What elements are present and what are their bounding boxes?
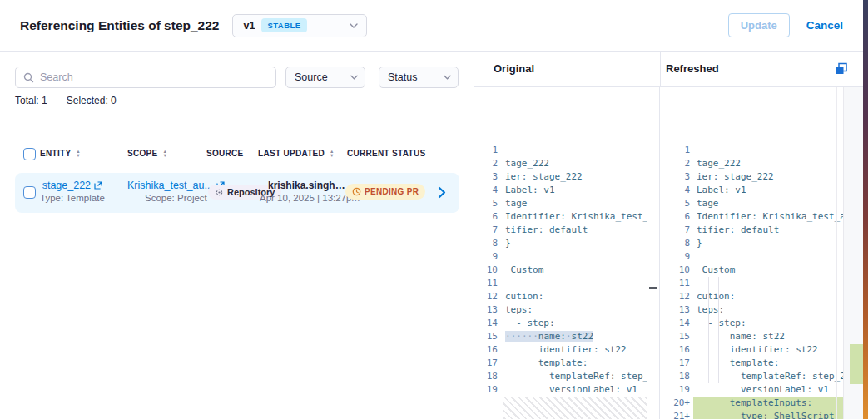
source-filter-dropdown[interactable]: Source: [285, 67, 365, 88]
chevron-down-icon: [350, 75, 358, 80]
entity-type: Type: Template: [40, 193, 105, 203]
line-number: 6: [474, 210, 503, 224]
line-number: 2: [474, 157, 503, 170]
code-text: template:: [505, 357, 647, 370]
code-text: [697, 144, 843, 157]
selected-count: Selected: 0: [67, 95, 117, 106]
code-line: 15······name:·st22: [474, 330, 659, 343]
row-checkbox[interactable]: [23, 186, 36, 199]
line-number: 18: [660, 370, 693, 383]
code-text: type: ShellScript: [697, 410, 843, 419]
code-text: ······name:·st22: [505, 330, 647, 343]
code-line: 4Label: v1: [474, 184, 659, 197]
code-text: teps:: [505, 303, 647, 317]
status-badge: PENDING PR: [345, 184, 425, 200]
source-filter-label: Source: [295, 71, 328, 83]
cancel-button[interactable]: Cancel: [806, 19, 843, 32]
update-button[interactable]: Update: [728, 13, 790, 37]
line-number: 1: [660, 144, 693, 157]
line-number: 13: [474, 303, 503, 317]
total-count: Total: 1: [15, 95, 47, 106]
indent-guide: [528, 277, 528, 343]
code-line: 2tage_222: [474, 157, 659, 170]
diff-collapsed-region: [503, 397, 647, 419]
diff-header: Original Refreshed: [474, 52, 868, 87]
line-number: 12: [660, 290, 693, 303]
line-number: 11: [474, 277, 503, 290]
diff-body: 12tage_2223ier: stage_2224Label: v15tage…: [474, 87, 868, 419]
code-text: [505, 250, 647, 264]
line-number: 14: [474, 317, 503, 330]
line-number: 19: [660, 383, 693, 397]
line-number: 3: [474, 170, 503, 184]
page-title: Referencing Entities of step_222: [20, 18, 219, 33]
version-select[interactable]: v1 STABLE: [232, 14, 367, 37]
code-text: cution:: [505, 290, 647, 303]
divider: [660, 52, 661, 86]
line-number: 7: [660, 224, 693, 237]
code-text: tage_222: [505, 157, 647, 170]
line-number: 4: [474, 184, 503, 197]
line-number: 4: [660, 184, 693, 197]
status-filter-dropdown[interactable]: Status: [379, 67, 459, 88]
code-text: templateRef: step_222: [505, 370, 647, 383]
code-line: 18 templateRef: step_222: [474, 370, 659, 383]
diff-pane: Original Refreshed 12tage_2223ier: stage…: [474, 52, 868, 419]
code-text: }: [697, 237, 843, 250]
line-number: 3: [660, 170, 693, 184]
column-last-updated: LAST UPDATED: [258, 149, 325, 158]
line-number: 9: [660, 250, 693, 264]
code-line: 7tifier: default: [474, 224, 659, 237]
sort-icon[interactable]: ▲▼: [330, 150, 334, 158]
sort-icon[interactable]: ▲▼: [163, 150, 167, 158]
status-filter-label: Status: [388, 71, 417, 83]
line-number: 8: [660, 237, 693, 250]
refreshed-title: Refreshed: [666, 62, 719, 75]
updated-at: Apr 10, 2025 | 13:27pm: [260, 193, 360, 203]
overview-ruler: [647, 87, 659, 419]
refreshed-editor[interactable]: 12tage_2223ier: stage_2224Label: v15tage…: [660, 87, 868, 419]
entities-pane: Source Status Total: 1 Selected: 0 ENTIT…: [0, 52, 474, 419]
line-number: 6: [660, 210, 693, 224]
code-line: 5tage: [474, 197, 659, 210]
code-text: templateInputs:: [697, 397, 843, 410]
chevron-down-icon: [444, 75, 451, 80]
copy-button[interactable]: [835, 62, 848, 78]
line-number: 14: [660, 317, 693, 330]
stable-badge: STABLE: [261, 18, 306, 32]
clock-icon: [352, 187, 361, 196]
line-number: 8: [474, 237, 503, 250]
select-all-checkbox[interactable]: [23, 148, 36, 160]
code-line: 10 Custom: [474, 264, 659, 277]
line-number: 2: [660, 157, 693, 170]
chevron-down-icon: [350, 23, 358, 28]
chevron-right-icon[interactable]: [438, 186, 446, 199]
code-text: tage_222: [697, 157, 843, 170]
table-header: ENTITY ▲▼ SCOPE ▲▼ SOURCE LAST UPDATED ▲…: [15, 145, 459, 165]
entity-link[interactable]: stage_222: [42, 180, 102, 191]
original-code-lines: 12tage_2223ier: stage_2224Label: v15tage…: [474, 144, 659, 419]
code-text: Custom: [697, 264, 843, 277]
line-number: 10: [474, 264, 503, 277]
referencing-entities-modal: Referencing Entities of step_222 v1 STAB…: [0, 0, 868, 419]
line-number: 1: [474, 144, 503, 157]
version-label: v1: [243, 20, 255, 32]
column-entity: ENTITY: [40, 149, 71, 158]
code-text: identifier: st22: [505, 343, 647, 357]
table-row[interactable]: stage_222 Type: Template Krishika_test_a…: [15, 173, 459, 213]
code-line: 17 template:: [474, 357, 659, 370]
search-input[interactable]: [40, 71, 275, 83]
code-text: Label: v1: [697, 184, 843, 197]
code-line: 9: [474, 250, 659, 264]
code-line: 1: [474, 144, 659, 157]
updated-by: krishika.singh@harnes...: [268, 180, 351, 191]
divider: [836, 87, 837, 419]
indent-guide: [518, 277, 518, 343]
original-editor[interactable]: 12tage_2223ier: stage_2224Label: v15tage…: [474, 87, 660, 419]
line-number: 17: [474, 357, 503, 370]
code-text: [505, 277, 647, 290]
code-line: 6Identifier: Krishika_test_aut: [474, 210, 659, 224]
sort-icon[interactable]: ▲▼: [76, 150, 80, 158]
vertical-scrollbar[interactable]: [843, 87, 863, 419]
column-current-status: CURRENT STATUS: [347, 149, 425, 158]
